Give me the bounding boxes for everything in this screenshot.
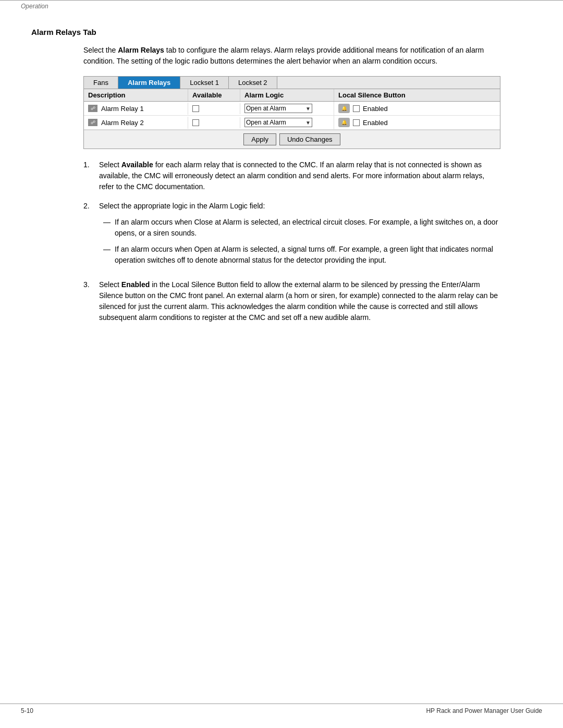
list-item-2: 2. Select the appropriate logic in the A…: [83, 201, 500, 271]
list-content-2: Select the appropriate logic in the Alar…: [99, 201, 500, 271]
footer-page-number: 5-10: [21, 707, 33, 714]
silence-icon-1: 🔔: [338, 104, 350, 113]
list-number-2: 2.: [83, 201, 99, 271]
alarm-logic-select-arrow-1: ▼: [305, 106, 311, 112]
available-checkbox-1[interactable]: [192, 105, 199, 112]
col-available: Available: [188, 89, 240, 101]
alarm-logic-cell-2[interactable]: Open at Alarm ▼: [240, 116, 334, 129]
relay-icon-2: ☍: [88, 119, 97, 126]
section-title: Alarm Relays Tab: [31, 28, 532, 36]
list-number-3: 3.: [83, 279, 99, 323]
alarm-logic-select-2[interactable]: Open at Alarm ▼: [244, 118, 312, 127]
page-header: Operation: [0, 0, 563, 12]
relay-icon-1: ☍: [88, 105, 97, 112]
available-cell-1[interactable]: [188, 103, 240, 114]
sub-dash-2a: —: [99, 217, 115, 239]
description-cell-2: ☍ Alarm Relay 2: [84, 117, 188, 129]
enabled-label-2: Enabled: [363, 119, 388, 127]
page-footer: 5-10 HP Rack and Power Manager User Guid…: [0, 704, 563, 718]
sub-list-2: — If an alarm occurs when Close at Alarm…: [99, 217, 500, 266]
list-content-3: Select Enabled in the Local Silence Butt…: [99, 279, 500, 323]
alarm-logic-select-1[interactable]: Open at Alarm ▼: [244, 104, 312, 113]
tab-row: Fans Alarm Relays Lockset 1 Lockset 2: [84, 77, 500, 89]
silence-icon-2: 🔔: [338, 118, 350, 127]
alarm-logic-select-arrow-2: ▼: [305, 120, 311, 126]
table-row: ☍ Alarm Relay 1 Open at Alarm ▼ 🔔 Enable…: [84, 102, 500, 116]
table-row: ☍ Alarm Relay 2 Open at Alarm ▼ 🔔 Enable…: [84, 116, 500, 130]
relay-label-1: Alarm Relay 1: [101, 105, 144, 113]
col-local-silence: Local Silence Button: [334, 89, 500, 101]
list-item-1: 1. Select Available for each alarm relay…: [83, 159, 500, 192]
available-checkbox-2[interactable]: [192, 119, 199, 126]
tab-alarm-relays[interactable]: Alarm Relays: [118, 77, 180, 89]
enabled-label-1: Enabled: [363, 105, 388, 113]
col-alarm-logic: Alarm Logic: [240, 89, 334, 101]
list-number-1: 1.: [83, 159, 99, 192]
tab-fans[interactable]: Fans: [84, 77, 118, 89]
available-cell-2[interactable]: [188, 117, 240, 128]
column-headers: Description Available Alarm Logic Local …: [84, 89, 500, 102]
silence-cell-2: 🔔 Enabled: [334, 116, 500, 129]
instructions-list: 1. Select Available for each alarm relay…: [83, 159, 500, 323]
sub-dash-2b: —: [99, 244, 115, 266]
footer-guide-title: HP Rack and Power Manager User Guide: [426, 707, 542, 714]
sub-item-2a: — If an alarm occurs when Close at Alarm…: [99, 217, 500, 239]
undo-changes-button[interactable]: Undo Changes: [279, 133, 340, 145]
silence-cell-1: 🔔 Enabled: [334, 102, 500, 115]
alarm-relays-table: Fans Alarm Relays Lockset 1 Lockset 2 De…: [83, 76, 500, 149]
sub-text-2a: If an alarm occurs when Close at Alarm i…: [115, 217, 500, 239]
breadcrumb: Operation: [21, 3, 48, 10]
silence-checkbox-1[interactable]: [353, 105, 360, 112]
list-content-1: Select Available for each alarm relay th…: [99, 159, 500, 192]
button-row: Apply Undo Changes: [84, 130, 500, 149]
description-cell-1: ☍ Alarm Relay 1: [84, 103, 188, 115]
intro-text: Select the Alarm Relays tab to configure…: [83, 45, 500, 67]
list-item-3: 3. Select Enabled in the Local Silence B…: [83, 279, 500, 323]
tab-lockset2[interactable]: Lockset 2: [229, 77, 277, 89]
tab-lockset1[interactable]: Lockset 1: [180, 77, 229, 89]
sub-text-2b: If an alarm occurs when Open at Alarm is…: [115, 244, 500, 266]
alarm-logic-cell-1[interactable]: Open at Alarm ▼: [240, 102, 334, 115]
col-description: Description: [84, 89, 188, 101]
page-content: Alarm Relays Tab Select the Alarm Relays…: [0, 12, 563, 363]
silence-checkbox-2[interactable]: [353, 119, 360, 126]
sub-item-2b: — If an alarm occurs when Open at Alarm …: [99, 244, 500, 266]
apply-button[interactable]: Apply: [243, 133, 276, 145]
relay-label-2: Alarm Relay 2: [101, 119, 144, 127]
